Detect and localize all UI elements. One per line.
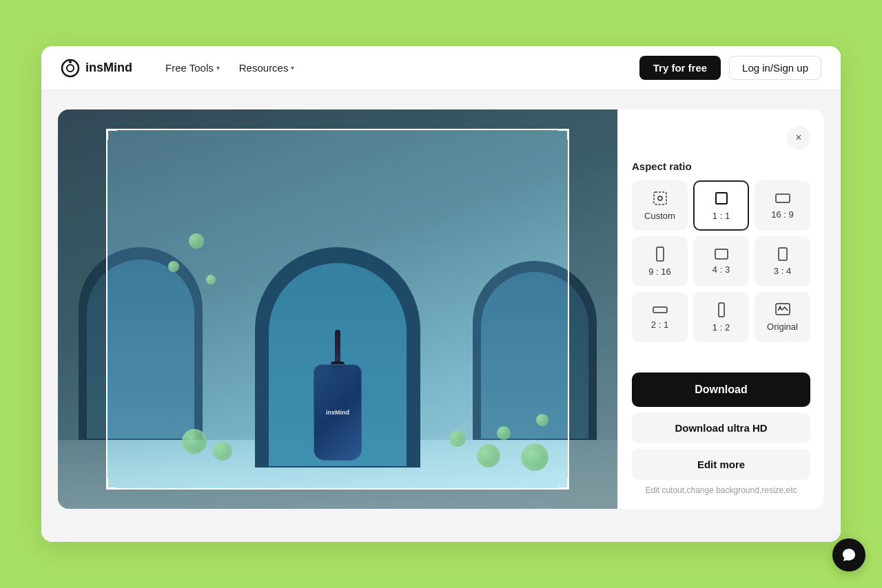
aspect-grid: Custom 1 : 1 — [632, 180, 810, 342]
aspect-1-2-button[interactable]: 1 : 2 — [693, 292, 749, 342]
aspect-4-3-icon — [714, 248, 729, 260]
crop-corner-bl[interactable] — [106, 479, 117, 490]
aspect-1-1-label: 1 : 1 — [712, 211, 730, 221]
crop-corner-br[interactable] — [558, 479, 569, 490]
edit-more-button[interactable]: Edit more — [632, 449, 810, 480]
chat-bubble[interactable] — [832, 538, 865, 571]
nav-resources[interactable]: Resources ▾ — [231, 56, 303, 79]
aspect-3-4-button[interactable]: 3 : 4 — [755, 236, 810, 286]
aspect-9-16-button[interactable]: 9 : 16 — [632, 236, 688, 286]
aspect-2-1-icon — [652, 304, 668, 315]
editor-container: insMind — [58, 109, 824, 509]
svg-rect-9 — [779, 248, 787, 260]
aspect-9-16-label: 9 : 16 — [648, 266, 671, 277]
aspect-original-label: Original — [767, 322, 798, 332]
crop-corner-tr[interactable] — [558, 129, 569, 140]
chat-icon — [841, 547, 857, 563]
panel-header: × — [632, 126, 810, 149]
resources-chevron-icon: ▾ — [291, 64, 294, 72]
aspect-16-9-icon — [775, 191, 791, 205]
aspect-original-button[interactable]: Original — [755, 292, 810, 342]
try-for-free-button[interactable]: Try for free — [639, 56, 721, 80]
logo-icon — [61, 59, 80, 78]
free-tools-chevron-icon: ▾ — [216, 64, 220, 72]
svg-point-1 — [67, 65, 74, 72]
original-icon — [775, 302, 791, 317]
aspect-4-3-label: 4 : 3 — [712, 264, 730, 275]
right-panel: × Aspect ratio Custom — [617, 109, 824, 509]
svg-point-13 — [779, 306, 781, 308]
navbar: insMind Free Tools ▾ Resources ▾ Try for… — [41, 46, 841, 90]
aspect-1-2-icon — [717, 302, 726, 318]
svg-rect-6 — [776, 194, 790, 202]
aspect-ratio-title: Aspect ratio — [632, 160, 810, 172]
aspect-16-9-label: 16 : 9 — [771, 209, 794, 220]
aspect-3-4-icon — [777, 246, 789, 262]
svg-rect-8 — [715, 249, 728, 259]
app-window: insMind Free Tools ▾ Resources ▾ Try for… — [41, 46, 841, 542]
logo[interactable]: insMind — [61, 59, 132, 78]
close-button[interactable]: × — [787, 126, 810, 149]
aspect-1-2-label: 1 : 2 — [712, 322, 730, 333]
crop-overlay[interactable] — [106, 129, 569, 490]
svg-rect-5 — [716, 193, 727, 204]
nav-free-tools[interactable]: Free Tools ▾ — [157, 56, 228, 79]
main-content: insMind — [41, 90, 841, 542]
aspect-3-4-label: 3 : 4 — [774, 266, 791, 276]
svg-point-4 — [658, 196, 662, 200]
custom-icon — [652, 190, 668, 207]
aspect-1-1-icon — [713, 190, 730, 207]
image-canvas: insMind — [58, 109, 617, 509]
svg-rect-11 — [719, 303, 724, 317]
navbar-nav: Free Tools ▾ Resources ▾ — [157, 56, 639, 79]
edit-hint: Edit cutout,change background,resize,etc — [632, 485, 810, 495]
aspect-9-16-icon — [655, 246, 666, 262]
aspect-custom-label: Custom — [644, 211, 675, 221]
aspect-custom-button[interactable]: Custom — [632, 180, 688, 231]
dim-right — [569, 129, 617, 490]
aspect-16-9-button[interactable]: 16 : 9 — [755, 180, 810, 231]
svg-rect-10 — [653, 307, 667, 313]
svg-rect-3 — [654, 192, 666, 204]
aspect-4-3-button[interactable]: 4 : 3 — [693, 236, 749, 286]
aspect-2-1-button[interactable]: 2 : 1 — [632, 292, 688, 342]
dim-left — [58, 129, 106, 490]
dim-top — [58, 109, 617, 129]
download-button[interactable]: Download — [632, 372, 810, 407]
svg-rect-7 — [657, 247, 664, 261]
download-section: Download Download ultra HD Edit more Edi… — [632, 372, 810, 495]
aspect-1-1-button[interactable]: 1 : 1 — [693, 180, 749, 231]
dim-bottom — [58, 490, 617, 509]
logo-text: insMind — [85, 61, 132, 75]
download-hd-button[interactable]: Download ultra HD — [632, 412, 810, 443]
crop-corner-tl[interactable] — [106, 129, 117, 140]
image-area: insMind — [58, 109, 617, 509]
aspect-ratio-section: Aspect ratio Custom — [632, 160, 810, 342]
svg-point-2 — [69, 61, 72, 63]
navbar-actions: Try for free Log in/Sign up — [639, 56, 821, 80]
login-button[interactable]: Log in/Sign up — [729, 56, 821, 80]
aspect-2-1-label: 2 : 1 — [651, 319, 668, 330]
